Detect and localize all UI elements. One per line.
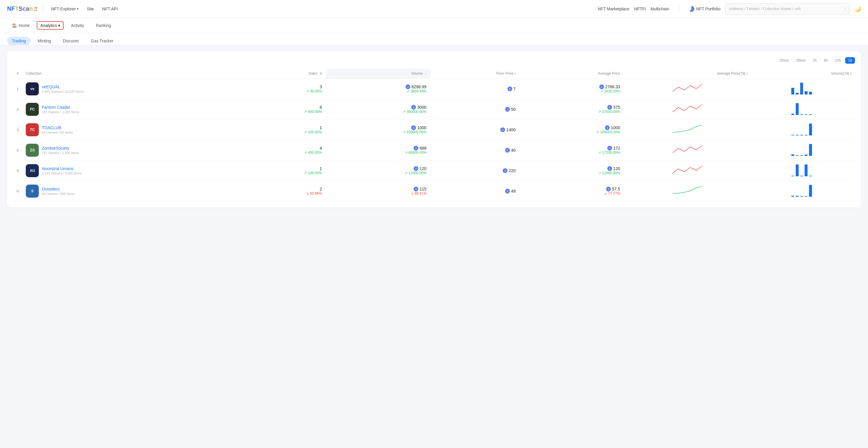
table-row: 5 AU Ancestral Umans 1,197 Owners / 3,00… [13, 160, 855, 181]
collection-name[interactable]: veEQUAL [42, 85, 84, 89]
info-icon-floor[interactable]: ℹ [515, 72, 516, 75]
collection-name[interactable]: Ancestral Umans [42, 166, 82, 171]
eth-icon-avg: Ξ [605, 125, 610, 130]
eth-icon-avg: Ξ [606, 187, 611, 191]
header-right: NFT Marketplace NFTFi Multichain NFT Por… [598, 3, 861, 14]
svg-rect-20 [791, 176, 794, 176]
tab-minting[interactable]: Minting [33, 37, 56, 45]
main-content: 15min 30min 1h 6h 12h 1d # Collection Sa… [0, 45, 868, 213]
floor-value: 49 [511, 189, 516, 193]
svg-rect-1 [796, 93, 799, 94]
time-btn-12h[interactable]: 12h [832, 57, 844, 64]
avg-cell: Ξ 375 ↗ 37500.00% [519, 99, 624, 120]
nav-site[interactable]: Site [83, 5, 97, 13]
svg-rect-21 [796, 165, 799, 176]
collection-name[interactable]: TOACLUB [42, 125, 73, 130]
col-floor: Floor Price ℹ [430, 68, 519, 79]
collection-name[interactable]: Outsiders [42, 187, 75, 191]
svg-rect-19 [809, 144, 812, 156]
collection-image: AU [26, 164, 39, 177]
sales-cell: 3 ↗ 50.00% [241, 79, 326, 99]
floor-value: 1400 [506, 127, 516, 132]
logo[interactable]: NFTScan 🎅 [7, 5, 38, 12]
svg-rect-22 [800, 176, 803, 176]
eth-icon: Ξ [411, 125, 416, 130]
sub-header: 🏠 Home Analytics ▾ Activity Ranking [0, 18, 868, 33]
sub-nav-analytics[interactable]: Analytics ▾ [37, 21, 64, 30]
avg-value: 120 [613, 166, 620, 171]
volume-value: 120 [420, 166, 426, 171]
table-row: 2 FC Fantom Citadel 141 Owners / 1,001 I… [13, 99, 855, 120]
sales-cell: 4 ↗ 400.00% [241, 140, 326, 160]
info-icon-avg7d[interactable]: ℹ [747, 72, 748, 75]
col-sales[interactable]: Sales ⇅ [241, 68, 326, 79]
info-icon-vol7d[interactable]: ℹ [850, 72, 851, 75]
floor-cell: Ξ 1400 [430, 120, 519, 140]
vol7d-bar-cell [751, 79, 855, 99]
tab-gas-tracker[interactable]: Gas Tracker [86, 37, 118, 45]
col-rank: # [13, 68, 22, 79]
avg-cell: Ξ 2766.33 ↗ 2426.33% [519, 79, 624, 99]
svg-rect-15 [791, 154, 794, 156]
search-slash: / [845, 6, 846, 11]
floor-cell: Ξ 40 [430, 140, 519, 160]
eth-icon-floor: Ξ [500, 127, 505, 132]
rank-cell: 1 [13, 79, 22, 99]
floor-value: 220 [509, 168, 516, 173]
nav-nft-api[interactable]: NFT API [99, 5, 121, 13]
analytics-tabs: Trading Minting Discover Gas Tracker [0, 33, 868, 45]
eth-icon-avg: Ξ [607, 166, 612, 171]
sub-nav-home[interactable]: 🏠 Home [7, 21, 34, 30]
avg7d-chart-cell [624, 79, 751, 99]
volume-value: 8298.99 [411, 85, 427, 89]
avg7d-chart-cell [624, 99, 751, 120]
time-btn-6h[interactable]: 6h [821, 57, 831, 64]
time-btn-1d[interactable]: 1d [845, 57, 855, 64]
portfolio-button[interactable]: NFT Portfolio [688, 6, 720, 12]
eth-icon: Ξ [413, 166, 418, 171]
tab-trading[interactable]: Trading [7, 37, 31, 45]
collection-cell: ve veEQUAL 1,945 Owners / 10,123 Items [22, 79, 241, 99]
avg7d-chart-cell [624, 160, 751, 181]
sales-cell: 1 ↗ 100.00% [241, 120, 326, 140]
volume-cell: Ξ 120 ↗ 12000.00% [326, 160, 430, 181]
time-btn-1h[interactable]: 1h [810, 57, 820, 64]
volume-cell: Ξ 8298.99 ↗ 3689.49% [326, 79, 430, 99]
link-marketplace[interactable]: NFT Marketplace [598, 6, 629, 11]
avg7d-chart-cell [624, 181, 751, 202]
svg-rect-27 [800, 196, 803, 197]
collection-name[interactable]: ZombieSociety [42, 146, 79, 151]
link-multichain[interactable]: Multichain [651, 6, 669, 11]
dark-mode-icon[interactable]: 🌙 [855, 6, 861, 12]
collection-meta: 55 Owners / 83 Items [42, 131, 73, 134]
sub-nav-activity[interactable]: Activity [66, 21, 89, 30]
col-avg: Average Price [519, 68, 624, 79]
svg-rect-14 [809, 124, 812, 136]
sales-cell: 2 ↘ 92.86% [241, 181, 326, 202]
table-row: 1 ve veEQUAL 1,945 Owners / 10,123 Items… [13, 79, 855, 99]
nav-nft-explorer[interactable]: NFT Explorer ▾ [48, 5, 82, 13]
rank-cell: 3 [13, 120, 22, 140]
search-bar[interactable]: Address / TxHash / Collection Name / .et… [725, 3, 849, 14]
svg-rect-3 [805, 91, 808, 94]
collection-name[interactable]: Fantom Citadel [42, 105, 79, 110]
svg-rect-9 [809, 114, 812, 115]
volume-value: 688 [420, 146, 426, 151]
chevron-down-icon: ▾ [58, 23, 60, 28]
time-btn-30min[interactable]: 30min [793, 57, 809, 64]
sub-nav-ranking[interactable]: Ranking [91, 21, 116, 30]
time-btn-15min[interactable]: 15min [776, 57, 792, 64]
volume-value: 1000 [417, 125, 426, 130]
sort-icon: ⇅ [320, 72, 322, 75]
collection-cell: TC TOACLUB 55 Owners / 83 Items [22, 120, 241, 140]
eth-icon-floor: Ξ [507, 87, 512, 91]
col-volume[interactable]: Volume ↓ [326, 68, 430, 79]
nft-table: # Collection Sales ⇅ Volume ↓ Floor Pric… [13, 68, 855, 202]
floor-cell: Ξ 50 [430, 99, 519, 120]
tab-discover[interactable]: Discover [58, 37, 84, 45]
eth-icon-floor: Ξ [505, 107, 510, 112]
avg-value: 2766.33 [605, 85, 620, 89]
vol7d-bar-cell [751, 181, 855, 202]
collection-meta: 1,945 Owners / 10,123 Items [42, 90, 84, 93]
link-nftfi[interactable]: NFTFi [634, 6, 646, 11]
